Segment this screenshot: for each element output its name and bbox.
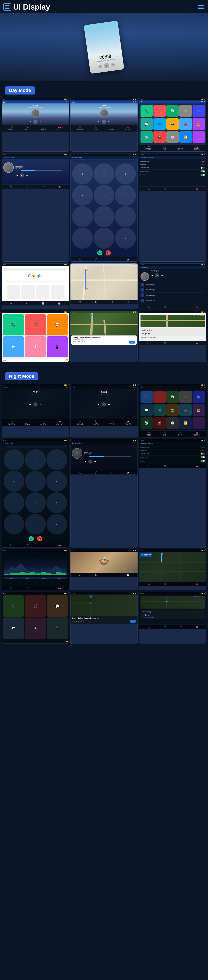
dial-0[interactable]: 0 bbox=[94, 228, 114, 249]
dial-nav[interactable]: 📞DIAL bbox=[25, 126, 30, 131]
dial-5[interactable]: 5 bbox=[94, 185, 114, 206]
night-bt-prev[interactable]: ⏮ bbox=[84, 460, 87, 463]
night-app-bt[interactable]: 🔵 bbox=[192, 391, 205, 403]
night-np-prev[interactable]: ⏮ bbox=[142, 614, 144, 616]
night-np-phone[interactable]: 📞 bbox=[147, 625, 150, 628]
night-music-btmusic[interactable]: 🎵 bbox=[95, 471, 98, 474]
music-local[interactable]: 🎵 bbox=[164, 305, 166, 308]
np-play[interactable]: ▶ bbox=[145, 332, 147, 335]
night-dial-9[interactable]: 9 bbox=[46, 492, 67, 513]
phone-bt-call[interactable]: 📞 bbox=[79, 258, 81, 261]
night-dial-2[interactable]: 📞DIAL bbox=[94, 420, 98, 425]
shortcut-2[interactable] bbox=[21, 285, 35, 299]
night-apps-btmusic[interactable]: ⋯ bbox=[111, 471, 113, 474]
night-auto-btmusic[interactable]: 🚗 bbox=[127, 471, 129, 474]
phone-local[interactable]: 📞 bbox=[147, 305, 150, 308]
dial-9[interactable]: 9 bbox=[115, 206, 136, 227]
night-nav-music[interactable]: 🎵 bbox=[164, 582, 166, 585]
night-cp-music[interactable]: 🎵 bbox=[25, 595, 46, 617]
night-eq-btn-4[interactable]: EQ4 bbox=[52, 577, 67, 579]
app-wechat[interactable]: 💬 bbox=[140, 118, 153, 130]
night-bt-next[interactable]: ⏭ bbox=[94, 460, 97, 463]
hamburger-icon[interactable] bbox=[197, 5, 205, 10]
auto-bt-settings[interactable]: 🚗 bbox=[195, 188, 198, 190]
next-2[interactable]: ⏭ bbox=[108, 120, 111, 123]
night-prev-2[interactable]: ⏮ bbox=[97, 403, 100, 406]
night-app-car[interactable]: 🚗 bbox=[180, 404, 192, 416]
night-cp-messages[interactable]: 💬 bbox=[47, 595, 68, 617]
night-auto-connect-toggle[interactable] bbox=[200, 456, 205, 458]
map-nav-1[interactable]: 🗺 bbox=[79, 301, 81, 303]
next-button[interactable]: ⏭ bbox=[111, 62, 115, 67]
night-nav-auto[interactable]: 🚗 bbox=[195, 582, 198, 585]
carplay-podcast[interactable]: 🎙 bbox=[25, 336, 46, 358]
shortcut-4[interactable] bbox=[51, 285, 64, 299]
carplay-maps[interactable]: 🗺 bbox=[3, 336, 24, 358]
night-cp-appstore[interactable]: 📱 bbox=[47, 617, 68, 639]
dial-2[interactable]: 2 bbox=[94, 164, 114, 185]
play-button[interactable]: ⏸ bbox=[103, 62, 110, 68]
app-carplay[interactable]: 🚗 bbox=[180, 118, 192, 130]
night-auto-answer-toggle[interactable] bbox=[200, 453, 205, 455]
night-dial-0[interactable]: 0 bbox=[25, 514, 46, 535]
carplay-messages[interactable]: 💬 bbox=[47, 314, 68, 336]
night-prev-1[interactable]: ⏮ bbox=[28, 403, 32, 406]
night-dial-1[interactable]: 📞DIAL bbox=[25, 420, 30, 425]
night-np-music[interactable]: 🎵 bbox=[164, 625, 166, 628]
apps-bt-call[interactable]: ⋯ bbox=[111, 258, 113, 261]
night-email-ag[interactable]: ✉EMAIL bbox=[146, 431, 152, 436]
refresh-browser[interactable]: 🔄 bbox=[42, 302, 44, 305]
night-auto-btsettings[interactable]: 🚗 bbox=[195, 465, 198, 468]
night-np-apps[interactable]: ⋯ bbox=[180, 625, 182, 628]
dial-nav-2[interactable]: 📞DIAL bbox=[94, 126, 98, 131]
night-phone-btmusic[interactable]: 📞 bbox=[79, 471, 81, 474]
apps-nav[interactable]: ⋯APPS bbox=[40, 126, 46, 131]
night-waveform-apps[interactable]: ⋯ bbox=[43, 587, 44, 589]
app-video[interactable]: 🎬 bbox=[153, 131, 166, 143]
dial-star[interactable]: * bbox=[72, 228, 93, 249]
dial-4[interactable]: 4 bbox=[72, 185, 93, 206]
track-2[interactable]: ♪ 华乐_019.mp3 bbox=[140, 287, 205, 293]
night-app-dvd[interactable]: 🎬 bbox=[153, 417, 166, 429]
music-icon-bt[interactable]: 🎵 bbox=[26, 185, 28, 188]
night-dial-3[interactable]: 3 bbox=[46, 449, 67, 470]
track-4[interactable]: ♪ 华乐_021_mp3 bbox=[140, 298, 205, 303]
dial-1[interactable]: 1 bbox=[72, 164, 93, 185]
night-food-home[interactable]: 🏠 bbox=[94, 574, 97, 576]
map-nav-4[interactable]: ⚙ bbox=[128, 301, 129, 303]
apps-nav-2[interactable]: ⋯APPS bbox=[109, 126, 115, 131]
night-phone-btcall[interactable]: 📞 bbox=[10, 544, 13, 546]
night-auto-1[interactable]: 🚗AUTO bbox=[57, 420, 62, 425]
local-next[interactable]: ⏭ bbox=[161, 274, 164, 277]
night-music-btcall[interactable]: 🎵 bbox=[26, 544, 28, 546]
prev-1[interactable]: ⏮ bbox=[28, 120, 32, 123]
np-next[interactable]: ⏭ bbox=[148, 332, 150, 335]
auto-connect-toggle[interactable] bbox=[200, 170, 205, 172]
night-dial-2[interactable]: 2 bbox=[25, 449, 46, 470]
auto-nav[interactable]: 🚗AUTO bbox=[57, 126, 62, 131]
night-food-refresh[interactable]: 🔄 bbox=[127, 574, 129, 576]
night-dial-ag[interactable]: 📞DIAL bbox=[162, 431, 167, 436]
email-nav-2[interactable]: ✉EMAIL bbox=[77, 126, 84, 131]
night-cp-maps[interactable]: 🗺 bbox=[3, 617, 24, 639]
night-app-wifi[interactable]: 📶 bbox=[180, 417, 192, 429]
app-wifi[interactable]: 📶 bbox=[180, 131, 192, 143]
app-phone[interactable]: 📞 bbox=[140, 105, 153, 117]
night-auto-ag[interactable]: 🚗AUTO bbox=[194, 431, 200, 436]
auto-local[interactable]: 🚗 bbox=[195, 305, 198, 308]
phone-now-playing[interactable]: 📞 bbox=[147, 342, 150, 344]
phone-bt-settings[interactable]: 📞 bbox=[147, 188, 150, 190]
night-eq-btn-1[interactable]: EQ1 bbox=[4, 577, 19, 579]
email-nav-3[interactable]: ✉EMAIL bbox=[146, 146, 152, 151]
night-np-play[interactable]: ▶ bbox=[145, 614, 147, 616]
end-call-button[interactable]: 📵 bbox=[106, 250, 111, 255]
dial-hash[interactable]: # bbox=[115, 228, 136, 249]
shortcut-1[interactable] bbox=[7, 285, 20, 299]
app-camera[interactable]: 📷 bbox=[166, 118, 179, 130]
night-np-auto[interactable]: 🚗 bbox=[195, 625, 198, 628]
auto-nav-2[interactable]: 🚗AUTO bbox=[125, 126, 131, 131]
night-dial-6[interactable]: 6 bbox=[46, 471, 67, 492]
map-nav-2[interactable]: 🔍 bbox=[95, 301, 97, 303]
night-next-2[interactable]: ⏭ bbox=[108, 403, 111, 406]
night-app-music[interactable]: 🎵 bbox=[153, 391, 166, 403]
